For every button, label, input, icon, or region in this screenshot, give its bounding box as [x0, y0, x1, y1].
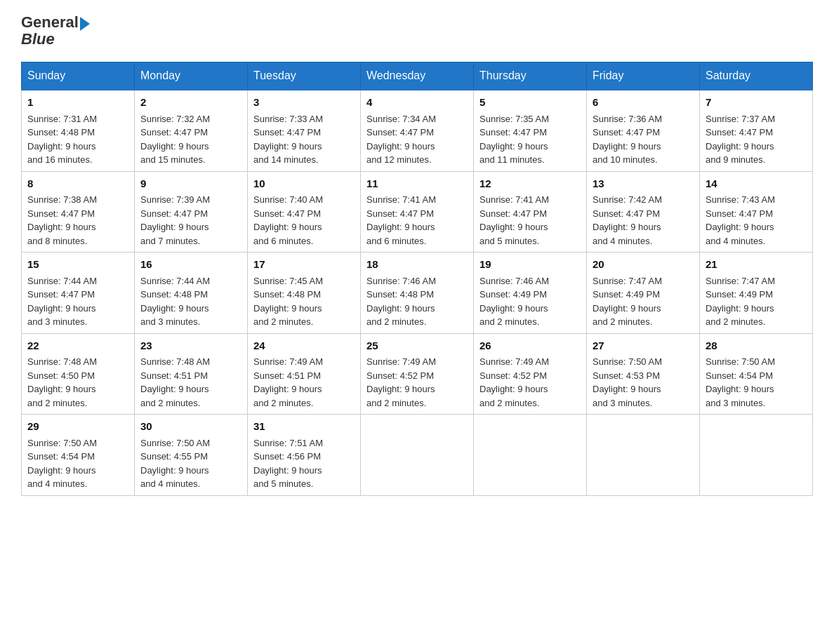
calendar-cell: 20Sunrise: 7:47 AMSunset: 4:49 PMDayligh… — [587, 253, 700, 334]
day-number: 17 — [253, 257, 355, 273]
day-number: 1 — [27, 95, 128, 111]
day-number: 21 — [706, 257, 807, 273]
calendar-week-row: 1Sunrise: 7:31 AMSunset: 4:48 PMDaylight… — [22, 90, 813, 171]
day-info: Sunrise: 7:35 AMSunset: 4:47 PMDaylight:… — [479, 114, 549, 166]
calendar-cell — [361, 415, 474, 496]
calendar-cell: 1Sunrise: 7:31 AMSunset: 4:48 PMDaylight… — [22, 90, 135, 171]
calendar-day-header: Monday — [135, 62, 248, 90]
day-info: Sunrise: 7:41 AMSunset: 4:47 PMDaylight:… — [366, 194, 436, 246]
day-number: 10 — [253, 176, 355, 192]
calendar-cell: 22Sunrise: 7:48 AMSunset: 4:50 PMDayligh… — [22, 333, 135, 415]
day-number: 8 — [27, 176, 128, 192]
day-number: 7 — [706, 95, 807, 111]
day-info: Sunrise: 7:31 AMSunset: 4:48 PMDaylight:… — [27, 114, 97, 166]
calendar-cell: 24Sunrise: 7:49 AMSunset: 4:51 PMDayligh… — [248, 333, 361, 415]
calendar-cell: 16Sunrise: 7:44 AMSunset: 4:48 PMDayligh… — [135, 253, 248, 334]
day-info: Sunrise: 7:49 AMSunset: 4:52 PMDaylight:… — [479, 356, 549, 408]
day-info: Sunrise: 7:39 AMSunset: 4:47 PMDaylight:… — [140, 194, 210, 246]
calendar-cell: 17Sunrise: 7:45 AMSunset: 4:48 PMDayligh… — [248, 253, 361, 334]
logo: General Blue — [21, 14, 90, 48]
calendar-cell: 12Sunrise: 7:41 AMSunset: 4:47 PMDayligh… — [474, 171, 587, 253]
day-number: 18 — [366, 257, 468, 273]
day-info: Sunrise: 7:50 AMSunset: 4:54 PMDaylight:… — [706, 356, 775, 408]
logo-arrow-icon — [80, 17, 90, 31]
day-info: Sunrise: 7:48 AMSunset: 4:50 PMDaylight:… — [27, 356, 97, 408]
calendar-day-header: Friday — [587, 62, 700, 90]
calendar-table: SundayMondayTuesdayWednesdayThursdayFrid… — [21, 62, 813, 496]
calendar-cell — [474, 415, 587, 496]
day-info: Sunrise: 7:49 AMSunset: 4:52 PMDaylight:… — [366, 356, 436, 408]
day-info: Sunrise: 7:50 AMSunset: 4:53 PMDaylight:… — [593, 356, 662, 408]
day-number: 27 — [593, 338, 694, 354]
day-info: Sunrise: 7:33 AMSunset: 4:47 PMDaylight:… — [253, 114, 323, 166]
day-number: 2 — [140, 95, 241, 111]
day-info: Sunrise: 7:47 AMSunset: 4:49 PMDaylight:… — [593, 276, 662, 328]
day-number: 11 — [366, 176, 468, 192]
calendar-day-header: Sunday — [22, 62, 135, 90]
calendar-cell: 10Sunrise: 7:40 AMSunset: 4:47 PMDayligh… — [248, 171, 361, 253]
day-info: Sunrise: 7:50 AMSunset: 4:54 PMDaylight:… — [27, 438, 97, 490]
logo-text-blue: Blue — [21, 31, 55, 48]
calendar-cell: 4Sunrise: 7:34 AMSunset: 4:47 PMDaylight… — [361, 90, 474, 171]
calendar-week-row: 29Sunrise: 7:50 AMSunset: 4:54 PMDayligh… — [22, 415, 813, 496]
calendar-cell: 2Sunrise: 7:32 AMSunset: 4:47 PMDaylight… — [135, 90, 248, 171]
day-number: 30 — [140, 419, 241, 435]
calendar-cell: 27Sunrise: 7:50 AMSunset: 4:53 PMDayligh… — [587, 333, 700, 415]
calendar-week-row: 15Sunrise: 7:44 AMSunset: 4:47 PMDayligh… — [22, 253, 813, 334]
day-number: 15 — [27, 257, 128, 273]
calendar-cell — [587, 415, 700, 496]
day-number: 24 — [253, 338, 355, 354]
day-info: Sunrise: 7:44 AMSunset: 4:48 PMDaylight:… — [140, 276, 210, 328]
day-info: Sunrise: 7:37 AMSunset: 4:47 PMDaylight:… — [706, 114, 775, 166]
calendar-week-row: 22Sunrise: 7:48 AMSunset: 4:50 PMDayligh… — [22, 333, 813, 415]
calendar-cell: 26Sunrise: 7:49 AMSunset: 4:52 PMDayligh… — [474, 333, 587, 415]
calendar-header-row: SundayMondayTuesdayWednesdayThursdayFrid… — [22, 62, 813, 90]
logo-text-general: General — [21, 14, 79, 31]
day-info: Sunrise: 7:34 AMSunset: 4:47 PMDaylight:… — [366, 114, 436, 166]
day-number: 28 — [706, 338, 807, 354]
day-number: 16 — [140, 257, 241, 273]
day-info: Sunrise: 7:42 AMSunset: 4:47 PMDaylight:… — [593, 194, 662, 246]
day-info: Sunrise: 7:41 AMSunset: 4:47 PMDaylight:… — [479, 194, 549, 246]
calendar-cell: 31Sunrise: 7:51 AMSunset: 4:56 PMDayligh… — [248, 415, 361, 496]
day-info: Sunrise: 7:47 AMSunset: 4:49 PMDaylight:… — [706, 276, 775, 328]
calendar-cell: 28Sunrise: 7:50 AMSunset: 4:54 PMDayligh… — [700, 333, 813, 415]
day-number: 26 — [479, 338, 581, 354]
day-number: 6 — [593, 95, 694, 111]
calendar-cell: 15Sunrise: 7:44 AMSunset: 4:47 PMDayligh… — [22, 253, 135, 334]
day-info: Sunrise: 7:51 AMSunset: 4:56 PMDaylight:… — [253, 438, 323, 490]
calendar-cell: 19Sunrise: 7:46 AMSunset: 4:49 PMDayligh… — [474, 253, 587, 334]
day-number: 3 — [253, 95, 355, 111]
day-info: Sunrise: 7:46 AMSunset: 4:48 PMDaylight:… — [366, 276, 436, 328]
day-info: Sunrise: 7:45 AMSunset: 4:48 PMDaylight:… — [253, 276, 323, 328]
day-number: 5 — [479, 95, 581, 111]
day-number: 25 — [366, 338, 468, 354]
day-info: Sunrise: 7:32 AMSunset: 4:47 PMDaylight:… — [140, 114, 210, 166]
day-number: 31 — [253, 419, 355, 435]
calendar-cell: 18Sunrise: 7:46 AMSunset: 4:48 PMDayligh… — [361, 253, 474, 334]
calendar-cell: 3Sunrise: 7:33 AMSunset: 4:47 PMDaylight… — [248, 90, 361, 171]
day-number: 14 — [706, 176, 807, 192]
day-number: 4 — [366, 95, 468, 111]
day-info: Sunrise: 7:43 AMSunset: 4:47 PMDaylight:… — [706, 194, 775, 246]
calendar-cell: 9Sunrise: 7:39 AMSunset: 4:47 PMDaylight… — [135, 171, 248, 253]
calendar-week-row: 8Sunrise: 7:38 AMSunset: 4:47 PMDaylight… — [22, 171, 813, 253]
day-info: Sunrise: 7:50 AMSunset: 4:55 PMDaylight:… — [140, 438, 210, 490]
calendar-cell: 6Sunrise: 7:36 AMSunset: 4:47 PMDaylight… — [587, 90, 700, 171]
calendar-cell: 8Sunrise: 7:38 AMSunset: 4:47 PMDaylight… — [22, 171, 135, 253]
day-number: 23 — [140, 338, 241, 354]
calendar-cell: 13Sunrise: 7:42 AMSunset: 4:47 PMDayligh… — [587, 171, 700, 253]
calendar-cell: 29Sunrise: 7:50 AMSunset: 4:54 PMDayligh… — [22, 415, 135, 496]
day-number: 19 — [479, 257, 581, 273]
calendar-cell: 14Sunrise: 7:43 AMSunset: 4:47 PMDayligh… — [700, 171, 813, 253]
calendar-cell: 25Sunrise: 7:49 AMSunset: 4:52 PMDayligh… — [361, 333, 474, 415]
calendar-cell: 7Sunrise: 7:37 AMSunset: 4:47 PMDaylight… — [700, 90, 813, 171]
calendar-cell: 5Sunrise: 7:35 AMSunset: 4:47 PMDaylight… — [474, 90, 587, 171]
calendar-cell: 23Sunrise: 7:48 AMSunset: 4:51 PMDayligh… — [135, 333, 248, 415]
day-number: 29 — [27, 419, 128, 435]
day-info: Sunrise: 7:48 AMSunset: 4:51 PMDaylight:… — [140, 356, 210, 408]
page-header: General Blue — [21, 14, 813, 48]
day-info: Sunrise: 7:36 AMSunset: 4:47 PMDaylight:… — [593, 114, 662, 166]
day-info: Sunrise: 7:46 AMSunset: 4:49 PMDaylight:… — [479, 276, 549, 328]
calendar-cell: 11Sunrise: 7:41 AMSunset: 4:47 PMDayligh… — [361, 171, 474, 253]
